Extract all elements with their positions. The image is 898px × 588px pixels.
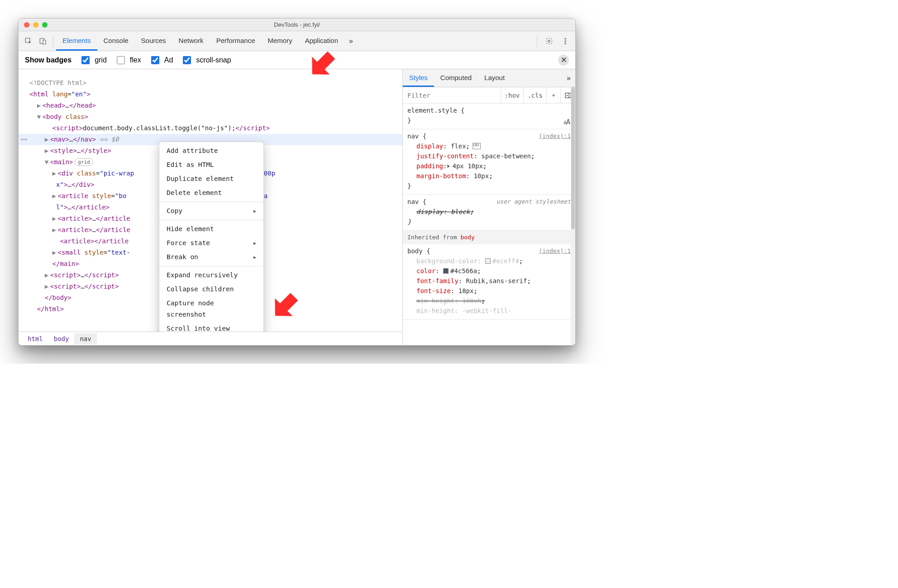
rule-source-link[interactable]: (index):1 [539,131,571,141]
tab-network[interactable]: Network [172,31,210,51]
context-menu-item-label: Hide element [167,223,214,235]
main-toolbar: Elements Console Sources Network Perform… [19,31,575,51]
rule-source-ua: user agent stylesheet [497,197,571,207]
more-tabs-button[interactable]: » [344,37,358,45]
panel-tabs: Elements Console Sources Network Perform… [56,31,358,51]
shorthand-expand-icon[interactable] [448,165,450,168]
styles-filter-input[interactable] [403,92,501,99]
context-menu-separator [159,220,263,220]
kebab-menu-button[interactable] [558,34,573,48]
context-menu-separator [159,266,263,266]
svg-point-6 [565,43,566,44]
context-menu-item[interactable]: Copy [159,204,263,218]
crumb-nav[interactable]: nav [74,333,96,344]
context-menu-item[interactable]: Delete element [159,186,263,200]
context-menu-item-label: Scroll into view [167,323,230,332]
inspect-element-button[interactable] [21,34,36,48]
tab-console[interactable]: Console [97,31,135,51]
toolbar-separator [537,35,537,47]
svg-point-4 [565,38,566,39]
badges-label: Show badges [25,56,72,64]
sidebar-tab-layout[interactable]: Layout [478,69,511,87]
badge-checkbox-ad[interactable] [151,56,159,64]
cls-button[interactable]: .cls [523,87,546,103]
tab-sources[interactable]: Sources [135,31,172,51]
color-swatch-icon[interactable] [443,268,449,274]
more-sidebar-tabs-button[interactable]: » [562,74,575,82]
doctype-node[interactable]: <!DOCTYPE html> [29,79,86,86]
crumb-html[interactable]: html [22,333,48,344]
context-menu-item-label: Collapse children [167,284,234,295]
badge-checkbox-flex[interactable] [117,56,125,64]
inherited-from-link[interactable]: body [460,234,474,241]
context-menu-item[interactable]: Edit as HTML [159,158,263,172]
sidebar-tab-styles[interactable]: Styles [403,69,434,87]
color-swatch-icon[interactable] [485,258,491,264]
tab-performance[interactable]: Performance [210,31,262,51]
context-menu-item[interactable]: Expand recursively [159,268,263,282]
context-menu-item[interactable]: Scroll into view [159,322,263,332]
context-menu-item-label: Capture node screenshot [167,298,256,320]
device-toolbar-button[interactable] [36,34,50,48]
context-menu-separator [159,202,263,202]
font-size-icon[interactable]: AA [564,117,570,128]
context-menu-item[interactable]: Duplicate element [159,172,263,186]
context-menu-item-label: Duplicate element [167,173,234,185]
context-menu-item[interactable]: Collapse children [159,282,263,296]
badge-checkbox-grid[interactable] [81,56,90,64]
flexbox-editor-icon[interactable] [473,143,481,149]
crumb-body[interactable]: body [48,333,75,344]
badge-option-flex[interactable]: flex [115,55,141,66]
styles-filter-bar: :hov .cls ＋ [403,87,575,104]
grid-badge[interactable]: grid [75,158,93,166]
badges-bar: Show badges grid flex Ad scroll-snap ✕ [19,51,575,69]
context-menu-item-label: Copy [167,205,182,217]
context-menu-item[interactable]: Hide element [159,222,263,236]
devtools-window: DevTools - jec.fyi/ Elements Console Sou… [18,18,576,346]
badge-option-ad[interactable]: Ad [149,55,173,66]
context-menu-item-label: Force state [167,237,210,249]
context-menu-item[interactable]: Force state [159,236,263,250]
window-title: DevTools - jec.fyi/ [19,21,575,28]
badge-option-scroll-snap[interactable]: scroll-snap [181,55,231,66]
styles-rules[interactable]: element.style { } AA (index):1 nav { dis… [403,104,575,345]
hov-button[interactable]: :hov [501,87,524,103]
sidebar-tabs: Styles Computed Layout » [403,69,575,87]
badge-option-label: flex [130,56,141,64]
tab-elements[interactable]: Elements [56,31,97,51]
tab-memory[interactable]: Memory [262,31,299,51]
context-menu: Add attributeEdit as HTMLDuplicate eleme… [159,142,264,332]
close-badges-bar-button[interactable]: ✕ [558,55,569,66]
rule-element-style[interactable]: element.style { } AA [403,104,575,129]
context-menu-item-label: Add attribute [167,145,218,156]
svg-rect-7 [565,93,571,98]
breadcrumb: html body nav [19,332,402,345]
badge-option-grid[interactable]: grid [80,55,107,66]
titlebar: DevTools - jec.fyi/ [19,19,575,31]
context-menu-item[interactable]: Break on [159,250,263,264]
scrollbar[interactable] [571,87,575,345]
main-split: <!DOCTYPE html> <html lang="en"> ▶<head>… [19,69,575,345]
rule-nav-ua[interactable]: user agent stylesheet nav { display: blo… [403,195,575,231]
context-menu-item[interactable]: Add attribute [159,144,263,158]
toolbar-separator [53,35,53,47]
rule-body[interactable]: (index):1 body { background-color: #ecef… [403,244,575,320]
rule-nav[interactable]: (index):1 nav { display: flex; justify-c… [403,129,575,195]
dom-tree[interactable]: <!DOCTYPE html> <html lang="en"> ▶<head>… [19,69,402,332]
context-menu-item[interactable]: Capture node screenshot [159,296,263,322]
svg-rect-2 [43,40,46,44]
inline-script-text: document.body.classList.toggle("no-js"); [83,124,235,132]
badge-checkbox-scroll-snap[interactable] [183,56,191,64]
elements-panel: <!DOCTYPE html> <html lang="en"> ▶<head>… [19,69,402,345]
context-menu-item-label: Break on [167,251,198,263]
new-style-rule-button[interactable]: ＋ [546,87,560,103]
badge-option-label: grid [95,56,107,64]
badge-option-label: Ad [164,56,173,64]
sidebar-tab-computed[interactable]: Computed [434,69,478,87]
settings-button[interactable] [542,34,556,48]
badge-option-label: scroll-snap [196,56,231,64]
svg-point-3 [548,40,550,42]
tab-application[interactable]: Application [299,31,344,51]
rule-source-link[interactable]: (index):1 [539,246,571,256]
context-menu-item-label: Expand recursively [167,270,238,281]
